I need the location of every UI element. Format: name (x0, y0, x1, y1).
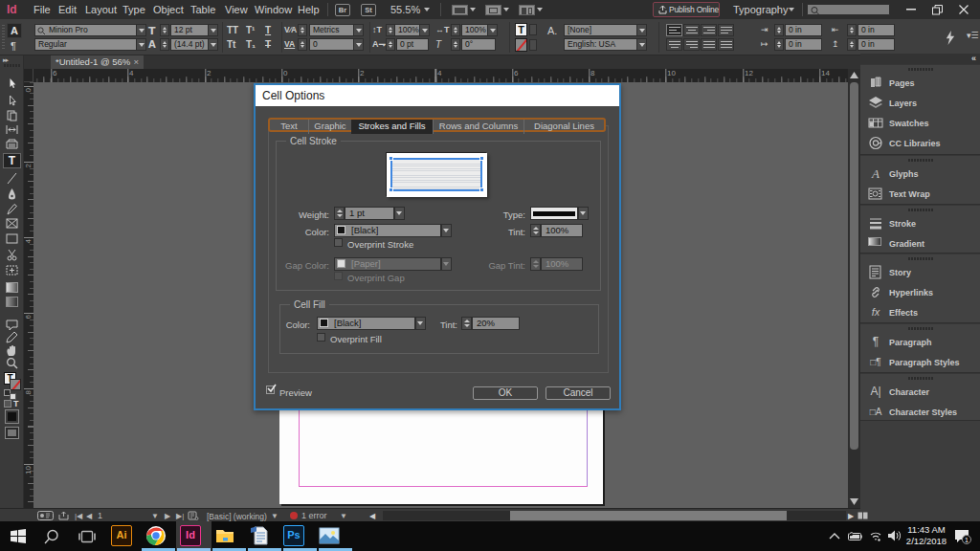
svg-text:1: 1 (965, 537, 969, 543)
